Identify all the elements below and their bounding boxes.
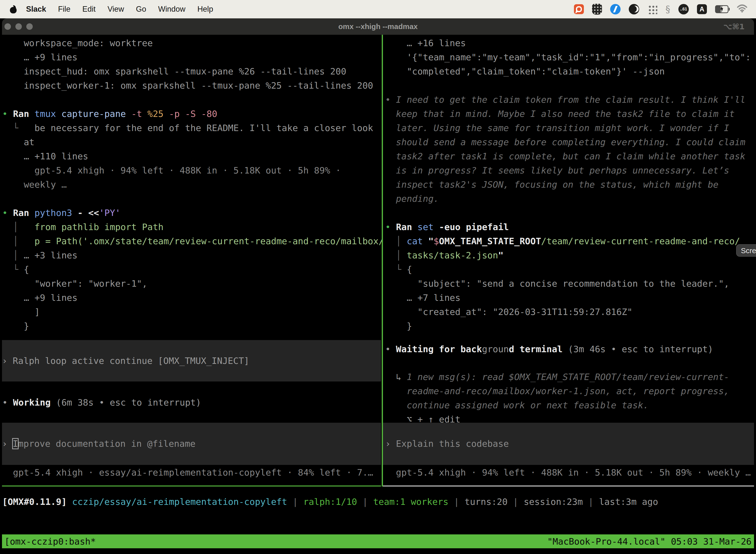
dots-grid-icon[interactable]: [647, 4, 657, 14]
menu-app-name[interactable]: Slack: [20, 5, 52, 14]
moon-crescent-icon[interactable]: [629, 4, 639, 14]
window-shortcut-hint: ⌥⌘1: [723, 18, 745, 35]
tmux-status-bar[interactable]: [omx-cczip0:bash* "MacBook-Pro-44.local"…: [2, 535, 754, 548]
tmux-terminal: workspace_mode: worktree … +9 lines insp…: [2, 35, 754, 554]
prompt-input-left[interactable]: › Improve documentation in @filename: [2, 423, 381, 465]
menu-item-edit[interactable]: Edit: [76, 5, 102, 14]
badge-61-icon[interactable]: ..61: [678, 4, 689, 14]
prompt-input-right[interactable]: › Explain this codebase: [383, 423, 754, 465]
title-bar[interactable]: omx --xhigh --madmax ⌥⌘1: [2, 18, 754, 35]
tmux-session-name: [omx-cczip0:bash*: [4, 535, 96, 549]
screen-share-chip[interactable]: Scre: [736, 244, 756, 257]
menu-item-file[interactable]: File: [52, 5, 76, 14]
hud-transcript: workspace_mode: worktree … +9 lines insp…: [2, 36, 382, 333]
input-source-icon[interactable]: A: [697, 4, 707, 14]
inject-queue-banner: › Ralph loop active continue [OMX_TMUX_I…: [2, 340, 381, 382]
menu-item-window[interactable]: Window: [152, 5, 191, 14]
prompt-input-left-text: › Improve documentation in @filename: [2, 423, 381, 451]
ghostty-icon[interactable]: §: [666, 4, 670, 14]
tmux-host-clock: "MacBook-Pro-44.local" 05:03 31-Mar-26: [547, 535, 752, 549]
model-status-line-left: gpt-5.4 xhigh · essay/ai-reimplementatio…: [2, 465, 373, 480]
tmux-pane-worker[interactable]: … +16 lines '{"team_name":"my-team","tas…: [383, 35, 754, 487]
ralph-loop-message: › Ralph loop active continue [OMX_TMUX_I…: [2, 340, 381, 368]
model-status-line-right: gpt-5.4 xhigh · 94% left · 488K in · 5.1…: [385, 465, 751, 480]
wifi-icon[interactable]: [737, 4, 748, 14]
menu-bar: Slack File Edit View Go Window Help § ..…: [0, 0, 756, 18]
passwords-grid-icon[interactable]: [592, 4, 602, 15]
menu-item-view[interactable]: View: [102, 5, 130, 14]
working-status-line: • Working (6m 38s • esc to interrupt): [2, 395, 201, 409]
menu-bar-left: Slack File Edit View Go Window Help: [7, 5, 219, 14]
window-title: omx --xhigh --madmax: [2, 18, 754, 35]
terminal-window: omx --xhigh --madmax ⌥⌘1 workspace_mode:…: [2, 18, 754, 554]
prompt-input-right-text: › Explain this codebase: [383, 423, 754, 451]
pane-border-left: [2, 486, 381, 487]
menu-item-go[interactable]: Go: [130, 5, 152, 14]
pane-border-right: [383, 486, 754, 487]
menu-item-help[interactable]: Help: [191, 5, 219, 14]
mailbox-notice: ↳ 1 new msg(s): read $OMX_TEAM_STATE_ROO…: [385, 370, 729, 427]
recording-indicator-icon[interactable]: [574, 4, 584, 14]
messenger-bolt-icon[interactable]: [610, 4, 621, 14]
menu-bar-status-icons: § ..61 A: [574, 4, 748, 15]
battery-bolt-icon: [720, 5, 724, 13]
apple-menu-icon[interactable]: [10, 5, 17, 13]
tmux-pane-hud[interactable]: workspace_mode: worktree … +9 lines insp…: [2, 35, 382, 487]
battery-charging-icon[interactable]: [715, 5, 729, 13]
worker-transcript: … +16 lines '{"team_name":"my-team","tas…: [385, 36, 754, 333]
waiting-status-line: • Waiting for background terminal (3m 46…: [385, 342, 713, 356]
omx-status-line: [OMX#0.11.9] cczip/essay/ai-reimplementa…: [2, 495, 658, 509]
